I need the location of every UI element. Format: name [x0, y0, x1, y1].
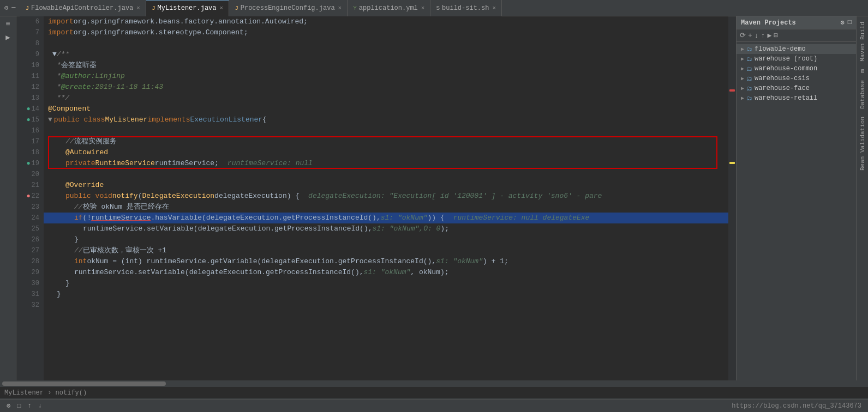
warning-marker	[729, 162, 735, 164]
maven-item-warehouse[interactable]: ▶ 🗂 warehouse (root)	[737, 54, 856, 64]
up-icon[interactable]: ↑	[761, 32, 765, 40]
chinese-text: 已审核次数，审核一次 +1	[83, 245, 166, 256]
gutter-line-10: 10	[19, 60, 39, 71]
code-line-27: // 已审核次数，审核一次 +1	[44, 245, 728, 256]
tab-label: ProcessEngineConfig.java	[241, 4, 335, 12]
tab-close-icon[interactable]: ×	[492, 5, 496, 11]
keyword: int	[74, 256, 87, 267]
maven-item-warehouse-csis[interactable]: ▶ 🗂 warehouse-csis	[737, 74, 856, 83]
gutter-line-19: ●19	[19, 158, 39, 169]
code-line-11: * @author: Linjinp	[44, 71, 728, 82]
tab-close-icon[interactable]: ×	[136, 5, 140, 11]
project-name: warehouse-face	[755, 84, 810, 92]
code-line-8	[44, 38, 728, 49]
tab-label: FlowableApiController.java	[31, 4, 133, 12]
maven-item-flowable[interactable]: ▶ 🗂 flowable-demo	[737, 44, 856, 54]
gutter-line-27: 27	[19, 245, 39, 256]
tab-close-icon[interactable]: ×	[338, 5, 342, 11]
tab-close-icon[interactable]: ×	[421, 5, 425, 11]
maven-item-warehouse-retail[interactable]: ▶ 🗂 warehouse-retail	[737, 93, 856, 103]
project-icon: 🗂	[746, 56, 752, 63]
settings-icon[interactable]: ⚙	[7, 402, 10, 410]
refresh-icon[interactable]: ⟳	[740, 31, 746, 40]
tab-bar-icons: ⚙ —	[4, 4, 15, 12]
tab-flowable[interactable]: J FlowableApiController.java ×	[20, 0, 146, 16]
code-line-23: // 校验 okNum 是否已经存在	[44, 202, 728, 213]
tab-application[interactable]: Y application.yml ×	[348, 0, 430, 16]
code-area[interactable]: import org.springframework.beans.factory…	[44, 16, 728, 380]
code-line-15: ▼ public class MyListener implements Exe…	[44, 114, 728, 125]
code-lines: import org.springframework.beans.factory…	[44, 16, 728, 313]
gutter-marker-14: ●	[26, 104, 30, 114]
tab-bar: ⚙ — J FlowableApiController.java × J MyL…	[0, 0, 868, 16]
gutter-line-7: 7	[19, 27, 39, 38]
var-name: okNum = (int) runtimeService.getVariable…	[87, 256, 436, 267]
bean-validation-label[interactable]: Bean Validation	[858, 113, 867, 174]
horizontal-scrollbar[interactable]	[0, 380, 868, 387]
settings-icon[interactable]: ⚙	[841, 19, 845, 27]
code-line-12: * @create: 2019-11-18 11:43	[44, 82, 728, 93]
comma: , okNum);	[410, 267, 448, 278]
up-icon[interactable]: ↑	[27, 402, 31, 410]
minimize-icon[interactable]: —	[11, 4, 15, 12]
comment-text: /**	[57, 49, 69, 60]
sh-icon: S	[436, 5, 440, 11]
keyword: import	[48, 27, 74, 38]
paren: (	[138, 191, 142, 202]
run-icon[interactable]: ▶	[767, 31, 771, 40]
code-line-17: // 流程实例服务	[44, 136, 728, 147]
gutter-line-6: 6	[19, 16, 39, 27]
gutter-line-8: 8	[19, 38, 39, 49]
gutter-line-12: 12	[19, 82, 39, 93]
collapse-icon[interactable]: ⊟	[774, 31, 778, 40]
code-line-20	[44, 169, 728, 180]
variable-ref: runtimeService	[91, 213, 151, 223]
project-icon: 🗂	[746, 95, 752, 102]
tab-mylistener[interactable]: J MyListener.java ×	[146, 0, 229, 16]
arrow-icon: ▶	[741, 56, 744, 62]
project-name: warehouse-retail	[755, 94, 817, 102]
code-text: org.springframework.beans.factory.annota…	[74, 16, 308, 27]
code-text: org.springframework.stereotype.Component…	[74, 27, 248, 38]
maven-build-label[interactable]: Maven Build	[858, 19, 867, 65]
arrow-icon: ▶	[741, 46, 744, 52]
tab-processengine[interactable]: J ProcessEngineConfig.java ×	[229, 0, 348, 16]
tab-build[interactable]: S build-sit.sh ×	[430, 0, 502, 16]
inline-hint: s1: "okNum"	[364, 267, 411, 278]
annotation: @Autowired	[65, 147, 108, 158]
brace: }	[57, 289, 61, 300]
tab-close-icon[interactable]: ×	[220, 5, 224, 11]
maven-item-warehouse-common[interactable]: ▶ 🗂 warehouse-common	[737, 64, 856, 74]
code-line-7: import org.springframework.stereotype.Co…	[44, 27, 728, 38]
paren: (!	[83, 213, 92, 223]
maven-header-icons: ⚙ □	[841, 19, 852, 27]
gutter-line-23: 23	[19, 202, 39, 213]
structure-icon[interactable]: ≡	[4, 19, 11, 29]
code-line-25: runtimeService.setVariable(delegateExecu…	[44, 223, 728, 234]
fold-icon: ▼	[52, 49, 57, 60]
inline-hint: runtimeService: null	[228, 158, 313, 169]
status-left: ⚙ □ ↑ ↓	[7, 402, 42, 410]
m-label[interactable]: m	[858, 66, 867, 76]
param-name: delegateExecution	[214, 191, 287, 202]
inline-hint: s1: "okNum",	[373, 223, 424, 234]
add-icon[interactable]: +	[748, 32, 752, 40]
right-side-strip: Maven Build m Database Bean Validation	[856, 16, 868, 380]
settings-icon[interactable]: ⚙	[4, 4, 8, 12]
left-icons-bar: ≡ ▶	[0, 16, 16, 380]
comment-text: //	[65, 136, 74, 147]
scroll-thumb[interactable]	[2, 381, 166, 386]
at-tag: @author:	[61, 71, 95, 82]
code-line-19: private RuntimeService runtimeService;ru…	[44, 158, 728, 169]
gutter-line-24: 24	[19, 213, 39, 223]
gutter-marker-19: ●	[26, 158, 30, 169]
download-icon[interactable]: ↓	[755, 32, 759, 40]
expand-icon[interactable]: □	[17, 402, 21, 410]
database-label[interactable]: Database	[858, 77, 867, 112]
maven-item-warehouse-face[interactable]: ▶ 🗂 warehouse-face	[737, 83, 856, 93]
down-icon[interactable]: ↓	[38, 402, 42, 410]
expand-icon[interactable]: □	[848, 19, 852, 27]
run-icon[interactable]: ▶	[4, 32, 11, 43]
inline-hint: O: 0	[423, 223, 440, 234]
arrow-icon: ▶	[741, 65, 744, 72]
